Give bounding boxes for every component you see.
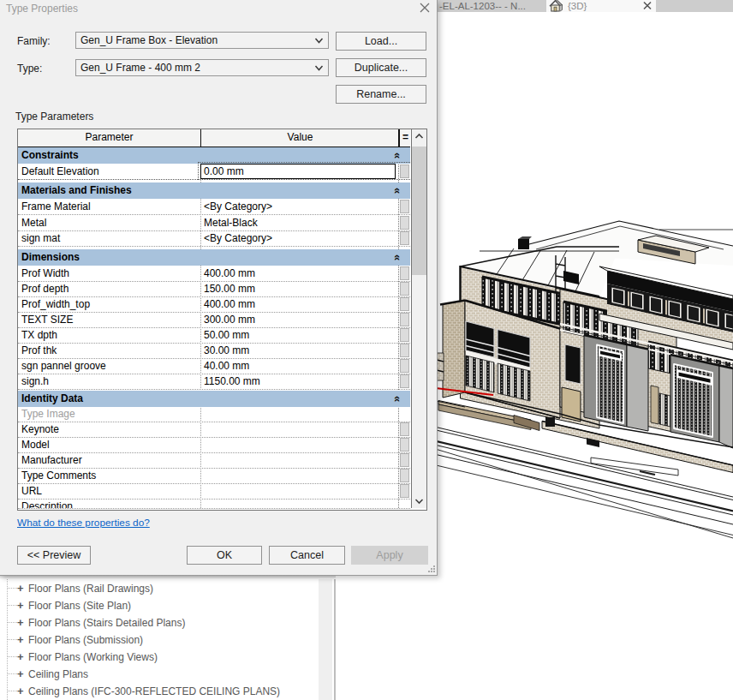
svg-text:-EL-AL-1203-- - N...: -EL-AL-1203-- - N... [439,1,526,11]
svg-text:{3D}: {3D} [568,1,587,11]
